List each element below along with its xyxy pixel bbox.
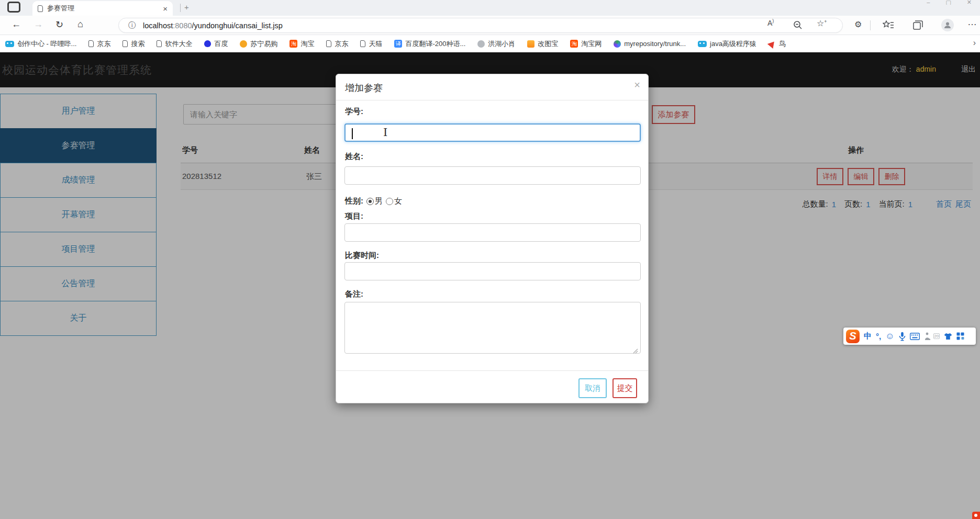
student-id-field[interactable]: I — [344, 123, 641, 142]
cancel-button[interactable]: 取消 — [578, 378, 607, 398]
maximize-icon[interactable]: ▢ — [945, 0, 951, 5]
time-field[interactable] — [344, 262, 641, 280]
home-icon[interactable]: ⌂ — [77, 19, 83, 30]
modal-title: 增加参赛 — [345, 82, 383, 94]
remark-label: 备注: — [345, 289, 363, 299]
keyboard-icon[interactable] — [910, 333, 920, 340]
site-icon — [477, 40, 485, 48]
modal-close-icon[interactable]: × — [634, 80, 640, 90]
punctuation-icon[interactable]: °, — [876, 332, 881, 341]
modal-footer-divider — [336, 370, 648, 371]
bookmark-item[interactable]: 淘淘宝 — [289, 39, 314, 49]
gender-female-radio[interactable] — [386, 198, 393, 205]
baidu-paw-icon — [204, 40, 211, 47]
taobao-icon: 淘 — [570, 40, 578, 48]
gender-label: 性别: — [345, 196, 363, 206]
favorites-icon[interactable] — [883, 20, 894, 30]
tab-close-icon[interactable]: × — [163, 5, 168, 13]
settings-more-icon[interactable]: … — [967, 17, 977, 28]
submit-button[interactable]: 提交 — [612, 378, 637, 398]
tab-divider — [180, 4, 181, 12]
page-icon — [360, 40, 365, 47]
close-icon[interactable]: ✕ — [967, 0, 972, 5]
bilibili-icon — [698, 41, 707, 47]
collections-icon[interactable] — [913, 20, 923, 30]
bookmark-item[interactable]: 洪湖小肖 — [477, 39, 515, 49]
profile-avatar[interactable] — [941, 19, 954, 31]
gender-male-radio[interactable] — [366, 198, 374, 205]
bookmark-item[interactable]: 软件大全 — [157, 39, 192, 49]
page-icon — [122, 40, 128, 47]
shirt-skin-icon[interactable] — [944, 333, 952, 340]
screen: { "colors": { "accent_red": "#d9534f", "… — [0, 0, 980, 519]
toolbox-grid-icon[interactable] — [956, 332, 964, 340]
person-icon — [943, 21, 952, 29]
page-viewport: 校园运动会体育比赛管理系统 欢迎：admin退出 用户管理 参赛管理 成绩管理 … — [0, 52, 980, 519]
bookmark-item[interactable]: 苏宁易购 — [240, 39, 277, 49]
name-label: 姓名: — [345, 152, 363, 162]
toolbar-divider — [870, 20, 871, 30]
gender-male-label[interactable]: 男 — [375, 196, 383, 206]
back-icon[interactable]: ← — [12, 19, 21, 30]
bookmark-item[interactable]: 百度 — [204, 39, 228, 49]
forward-icon: → — [34, 19, 43, 30]
ime-toolbar: S 中 °, ☺ 20 — [843, 328, 976, 345]
bookmark-item[interactable]: 鸟 — [769, 39, 786, 49]
bookmark-item[interactable]: myrepository/trunk... — [614, 40, 686, 48]
window-controls: – ▢ ✕ — [927, 0, 972, 5]
tab-strip: 参赛管理 × + – ▢ ✕ — [0, 0, 980, 16]
page-icon — [326, 40, 331, 47]
bookmark-item[interactable]: 译百度翻译-200种语... — [394, 39, 465, 49]
chinese-mode-icon[interactable]: 中 — [864, 331, 872, 341]
refresh-icon[interactable]: ↻ — [55, 19, 63, 30]
read-aloud-icon[interactable]: A) — [767, 18, 774, 27]
modal-header-divider — [336, 100, 648, 100]
bookmarks-overflow-icon[interactable]: › — [973, 38, 976, 48]
minimize-icon[interactable]: – — [927, 0, 930, 5]
tab-favicon-icon — [38, 5, 43, 12]
student-id-label: 学号: — [345, 107, 363, 117]
bilibili-icon — [5, 41, 14, 47]
gender-row: 性别: 男 女 — [345, 196, 402, 206]
skin-person-icon[interactable] — [924, 332, 931, 341]
emoji-icon[interactable]: ☺ — [885, 331, 894, 342]
zoom-out-icon[interactable] — [793, 20, 803, 30]
site-info-icon[interactable]: ⓘ — [128, 21, 136, 30]
translate-icon: 译 — [394, 40, 402, 48]
url-text[interactable]: localhost:8080/yundonghui/cansai_list.js… — [143, 21, 283, 30]
gaitu-icon — [527, 40, 534, 48]
remark-field[interactable] — [344, 302, 641, 354]
tab-title: 参赛管理 — [47, 4, 163, 13]
project-field[interactable] — [344, 223, 641, 242]
textarea-resize-handle[interactable] — [633, 348, 638, 354]
globe-icon — [614, 40, 621, 48]
new-tab-button[interactable]: + — [184, 3, 189, 12]
taobao-icon: 淘 — [289, 40, 297, 48]
add-participation-modal: 增加参赛 × 学号: I 姓名: 性别: 男 女 项目: 比赛时间: 备注: 取… — [336, 74, 649, 403]
sogou-logo-icon[interactable]: S — [846, 330, 860, 343]
extensions-icon[interactable]: ⚙ — [854, 19, 862, 29]
bookmark-item[interactable]: 搜索 — [122, 39, 144, 49]
name-field[interactable] — [344, 166, 641, 185]
suning-icon — [240, 40, 247, 48]
bookmark-item[interactable]: java高级程序猿 — [698, 39, 756, 49]
workspace-icon[interactable] — [7, 2, 20, 13]
bookmark-item[interactable]: 淘淘宝网 — [570, 39, 602, 49]
ime-corner-icon[interactable] — [972, 512, 980, 519]
text-caret — [352, 128, 353, 139]
skin-count-badge: 20 — [933, 333, 940, 339]
add-favorite-icon[interactable]: ☆+ — [817, 18, 827, 28]
page-icon — [88, 40, 94, 47]
ibeam-cursor: I — [383, 126, 387, 139]
bookmark-item[interactable]: 天猫 — [360, 39, 382, 49]
bookmark-item[interactable]: 改图宝 — [527, 39, 558, 49]
time-label: 比赛时间: — [345, 251, 379, 261]
bookmark-item[interactable]: 京东 — [326, 39, 348, 49]
bookmark-item[interactable]: 京东 — [88, 39, 110, 49]
microphone-icon[interactable] — [899, 332, 906, 341]
bookmarks-bar: 创作中心 - 哔哩哔... 京东 搜索 软件大全 百度 苏宁易购 淘淘宝 京东 … — [0, 35, 980, 52]
browser-tab[interactable]: 参赛管理 × — [32, 1, 173, 16]
address-bar[interactable]: ⓘ localhost:8080/yundonghui/cansai_list.… — [118, 18, 843, 33]
bookmark-item[interactable]: 创作中心 - 哔哩哔... — [5, 39, 76, 49]
gender-female-label[interactable]: 女 — [394, 196, 402, 206]
